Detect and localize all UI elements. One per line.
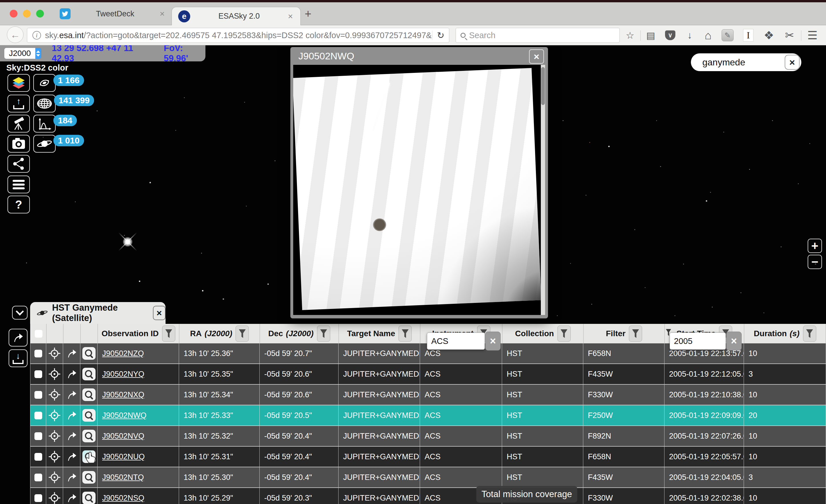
table-row[interactable]: J90502NSQ 13h 10' 25.29" -05d 59' 20.3" … [30,488,826,504]
table-row[interactable]: J90502NXQ 13h 10' 25.34" -05d 59' 20.6" … [30,385,826,405]
skies-layers-button[interactable] [7,74,30,92]
row-share-icon[interactable] [66,472,77,483]
downloads-icon[interactable]: ↓ [682,29,698,42]
preview-icon[interactable] [82,471,96,484]
row-share-icon[interactable] [66,431,77,441]
observation-id-link[interactable]: J90502NUQ [102,452,145,461]
row-share-icon[interactable] [66,369,77,379]
instrument-filter-clear-button[interactable]: × [485,332,500,351]
observations-button[interactable] [33,94,56,113]
target-crosshair-icon[interactable] [49,430,61,442]
filter-button[interactable] [629,326,642,342]
preview-scrollbar-thumb[interactable] [541,67,545,105]
layers-extension-icon[interactable]: ❖ [761,29,777,42]
zoom-window-button[interactable] [36,10,44,17]
filter-button[interactable] [399,326,412,342]
tab-esasky[interactable]: e ESASky 2.0 × [172,7,301,25]
target-crosshair-icon[interactable] [49,471,61,483]
screenshot-tool-icon[interactable]: ✎ [719,29,735,42]
table-row[interactable]: J90502NWQ 13h 10' 25.33" -05d 59' 20.5" … [30,405,826,426]
row-share-icon[interactable] [66,410,77,421]
row-share-icon[interactable] [66,348,77,359]
solar-system-objects-button[interactable] [33,135,56,152]
tab-esasky-close-icon[interactable]: × [288,11,293,21]
reader-mode-icon[interactable]: I [740,29,756,42]
reading-list-icon[interactable]: ▤ [643,29,659,42]
panel-download-button[interactable]: ↓ [9,350,27,367]
instrument-filter-field[interactable] [427,332,485,350]
start-time-filter-field[interactable] [670,332,726,350]
row-checkbox[interactable] [35,474,42,481]
minimize-window-button[interactable] [23,10,31,17]
spectra-button[interactable] [33,115,56,132]
chevron-up-down-icon[interactable] [35,48,41,59]
row-checkbox[interactable] [35,432,42,440]
back-button[interactable]: ← [7,26,23,43]
site-info-icon[interactable]: i [33,31,41,40]
row-checkbox[interactable] [35,494,42,502]
panel-collapse-button[interactable] [12,306,27,320]
observation-id-link[interactable]: J90502NZQ [102,349,144,358]
select-all-checkbox[interactable] [35,330,43,338]
preview-icon[interactable] [82,492,96,504]
row-share-icon[interactable] [66,451,77,462]
tab-tweetdeck[interactable]: TweetDeck × [52,2,172,25]
start-time-filter-input[interactable] [674,336,721,346]
scissors-icon[interactable]: ✂ [781,29,798,42]
results-tab[interactable]: HST Ganymede (Satellite) × [30,302,166,324]
row-checkbox[interactable] [35,350,42,358]
row-checkbox[interactable] [35,412,42,419]
target-crosshair-icon[interactable] [49,451,61,463]
filter-button[interactable] [317,326,330,342]
table-row[interactable]: J90502NTQ 13h 10' 25.30" -05d 59' 20.4" … [30,467,826,488]
row-checkbox[interactable] [35,370,42,378]
filter-button[interactable] [162,326,175,342]
new-tab-button[interactable]: + [305,7,311,20]
preview-scrollbar[interactable] [541,65,545,315]
target-crosshair-icon[interactable] [49,389,61,401]
panel-share-button[interactable] [9,329,27,346]
observation-preview-dialog[interactable]: J90502NWQ × [290,47,548,318]
browser-search-field[interactable] [456,28,620,43]
table-row[interactable]: J90502NVQ 13h 10' 25.32" -05d 59' 20.4" … [30,426,826,447]
pocket-icon[interactable]: ∨ [662,29,678,42]
row-share-icon[interactable] [66,389,77,400]
select-all-cell[interactable] [31,324,47,343]
jwst-planning-button[interactable] [7,115,30,132]
observation-id-link[interactable]: J90502NYQ [102,370,144,379]
clear-search-button[interactable]: × [785,55,800,70]
share-view-button[interactable] [7,155,30,173]
bookmark-star-icon[interactable]: ☆ [622,29,638,42]
tab-tweetdeck-close-icon[interactable]: × [160,9,165,19]
row-checkbox[interactable] [35,391,42,399]
instrument-filter-input[interactable] [431,336,480,346]
observation-id-link[interactable]: J90502NTQ [102,473,144,482]
observation-id-link[interactable]: J90502NVQ [102,432,144,441]
row-checkbox[interactable] [35,453,42,461]
home-icon[interactable]: ⌂ [700,29,716,42]
observation-id-link[interactable]: J90502NSQ [102,494,144,503]
reload-icon[interactable]: ↻ [437,30,445,41]
menu-button[interactable] [7,176,30,193]
screenshot-button[interactable] [7,135,30,152]
zoom-out-button[interactable]: − [808,255,822,269]
filter-button[interactable] [557,326,571,342]
preview-icon[interactable] [82,368,96,380]
table-row[interactable]: J90502NUQ 13h 10' 25.31" -05d 59' 20.4" … [30,447,826,467]
target-search-field[interactable]: × [691,53,801,71]
start-time-filter-clear-button[interactable]: × [726,332,742,351]
url-bar[interactable]: i sky.esa.int/?action=goto&target=202.46… [27,28,449,43]
preview-icon[interactable] [82,409,96,422]
target-crosshair-icon[interactable] [49,368,61,380]
results-tab-close-button[interactable]: × [153,306,166,320]
upload-target-list-button[interactable]: ↑ [7,94,30,113]
target-crosshair-icon[interactable] [49,348,61,360]
hamburger-menu-icon[interactable]: ☰ [805,29,821,42]
preview-close-button[interactable]: × [529,49,544,64]
help-button[interactable]: ? [7,196,30,213]
zoom-in-button[interactable]: + [808,239,822,253]
filter-button[interactable] [803,326,816,342]
preview-icon[interactable] [82,430,96,442]
browser-search-input[interactable] [469,31,595,40]
target-crosshair-icon[interactable] [49,492,61,504]
